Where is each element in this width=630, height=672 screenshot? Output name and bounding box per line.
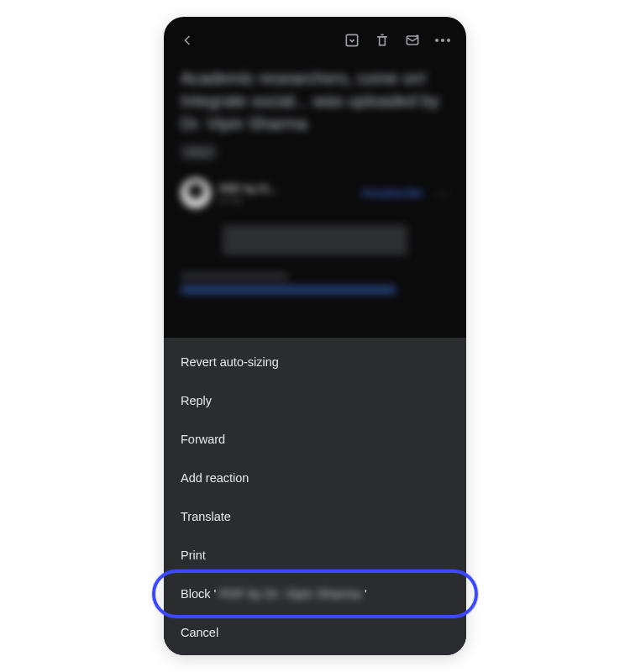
back-icon[interactable] bbox=[176, 29, 199, 52]
block-suffix: ' bbox=[365, 587, 367, 601]
svg-rect-1 bbox=[380, 37, 386, 45]
block-prefix: Block ' bbox=[181, 587, 216, 601]
menu-translate[interactable]: Translate bbox=[164, 497, 466, 536]
menu-forward[interactable]: Forward bbox=[164, 420, 466, 459]
svg-point-4 bbox=[416, 34, 418, 37]
menu-revert-auto-sizing[interactable]: Revert auto-sizing bbox=[164, 343, 466, 381]
unsubscribe-link: Unsubscribe bbox=[361, 187, 423, 199]
menu-cancel[interactable]: Cancel bbox=[164, 613, 466, 652]
phone-frame: Academic researchers, come on! Integrate… bbox=[164, 17, 466, 655]
menu-print[interactable]: Print bbox=[164, 536, 466, 575]
menu-add-reaction[interactable]: Add reaction bbox=[164, 459, 466, 497]
email-footer-placeholder bbox=[181, 272, 449, 294]
svg-rect-0 bbox=[346, 34, 357, 45]
archive-icon[interactable] bbox=[340, 29, 364, 52]
context-menu-sheet: Revert auto-sizing Reply Forward Add rea… bbox=[164, 338, 466, 655]
email-body-placeholder bbox=[223, 225, 407, 255]
sender-name: PDF by D... bbox=[219, 182, 353, 195]
more-icon[interactable] bbox=[431, 29, 454, 52]
inbox-label: Inbox bbox=[181, 144, 217, 160]
email-subject: Academic researchers, come on! Integrate… bbox=[181, 67, 449, 135]
email-topbar bbox=[164, 17, 466, 59]
sender-more-icon: ⋯ bbox=[436, 186, 449, 202]
sender-to: to me bbox=[219, 195, 353, 205]
outer-card: Academic researchers, come on! Integrate… bbox=[0, 0, 630, 672]
menu-reply[interactable]: Reply bbox=[164, 381, 466, 420]
block-sender-name: PDF by Dr. Vipin Sharma bbox=[219, 587, 361, 601]
avatar bbox=[181, 178, 211, 208]
menu-block-sender[interactable]: Block ' PDF by Dr. Vipin Sharma ' bbox=[164, 575, 466, 613]
trash-icon[interactable] bbox=[370, 29, 394, 52]
email-content-blurred: Academic researchers, come on! Integrate… bbox=[164, 59, 466, 316]
sender-row: PDF by D... to me Unsubscribe ⋯ bbox=[181, 178, 449, 208]
mail-icon[interactable] bbox=[401, 29, 424, 52]
